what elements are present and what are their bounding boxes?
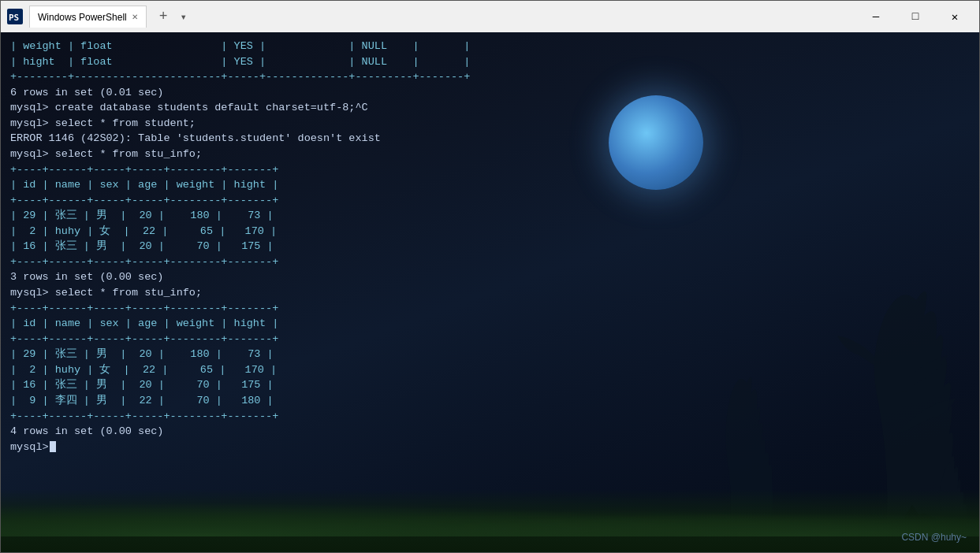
terminal-cursor-line: mysql> (10, 440, 970, 455)
terminal-line: mysql> create database students default … (10, 100, 970, 116)
terminal-line: | id | name | sex | age | weight | hight… (10, 316, 970, 332)
tab-close-button[interactable]: ✕ (132, 13, 138, 21)
terminal-line: | hight | float | YES | | NULL | | (10, 54, 970, 70)
new-tab-button[interactable]: + (153, 9, 174, 24)
terminal-line: +----+------+-----+-----+--------+------… (10, 193, 970, 209)
minimize-button[interactable]: — (858, 5, 894, 28)
terminal-content[interactable]: | weight | float | YES | | NULL | || hig… (1, 32, 979, 552)
terminal-line: | 29 | 张三 | 男 | 20 | 180 | 73 | (10, 347, 970, 362)
terminal-line: | 9 | 李四 | 男 | 22 | 70 | 180 | (10, 393, 970, 409)
terminal-line: | 16 | 张三 | 男 | 20 | 70 | 175 | (10, 377, 970, 393)
window-controls: — □ ✕ (858, 5, 973, 28)
watermark: CSDN @huhy~ (901, 532, 967, 543)
terminal-line: | 29 | 张三 | 男 | 20 | 180 | 73 | (10, 208, 970, 224)
titlebar: PS Windows PowerShell ✕ + ▾ — □ ✕ (1, 1, 979, 32)
terminal-line: +--------+-----------------------+-----+… (10, 69, 970, 85)
terminal-line: mysql> select * from stu_info; (10, 285, 970, 301)
terminal-line: +----+------+-----+-----+--------+------… (10, 332, 970, 347)
close-button[interactable]: ✕ (937, 5, 973, 28)
terminal-line: | 16 | 张三 | 男 | 20 | 70 | 175 | (10, 239, 970, 254)
powershell-icon: PS (7, 9, 23, 24)
tab-dropdown-button[interactable]: ▾ (181, 10, 187, 24)
tab-label: Windows PowerShell (38, 12, 127, 23)
terminal-line: | id | name | sex | age | weight | hight… (10, 177, 970, 193)
terminal-line: mysql> select * from stu_info; (10, 147, 970, 162)
terminal-line: +----+------+-----+-----+--------+------… (10, 162, 970, 178)
terminal-line: 6 rows in set (0.01 sec) (10, 85, 970, 101)
terminal-line: 4 rows in set (0.00 sec) (10, 424, 970, 440)
terminal-line: +----+------+-----+-----+--------+------… (10, 409, 970, 425)
maximize-button[interactable]: □ (897, 5, 933, 28)
svg-text:PS: PS (9, 13, 19, 23)
terminal[interactable]: | weight | float | YES | | NULL | || hig… (1, 32, 979, 552)
terminal-line: +----+------+-----+-----+--------+------… (10, 301, 970, 317)
terminal-line: +----+------+-----+-----+--------+------… (10, 254, 970, 270)
terminal-line: ERROR 1146 (42S02): Table 'students.stud… (10, 131, 970, 147)
terminal-cursor (50, 441, 56, 452)
terminal-line: | 2 | huhy | 女 | 22 | 65 | 170 | (10, 362, 970, 378)
active-tab[interactable]: Windows PowerShell ✕ (29, 6, 147, 28)
terminal-line: mysql> select * from student; (10, 116, 970, 132)
terminal-line: 3 rows in set (0.00 sec) (10, 269, 970, 285)
window: PS Windows PowerShell ✕ + ▾ — □ ✕ (0, 0, 980, 553)
terminal-line: | weight | float | YES | | NULL | | (10, 39, 970, 54)
terminal-line: | 2 | huhy | 女 | 22 | 65 | 170 | (10, 224, 970, 239)
